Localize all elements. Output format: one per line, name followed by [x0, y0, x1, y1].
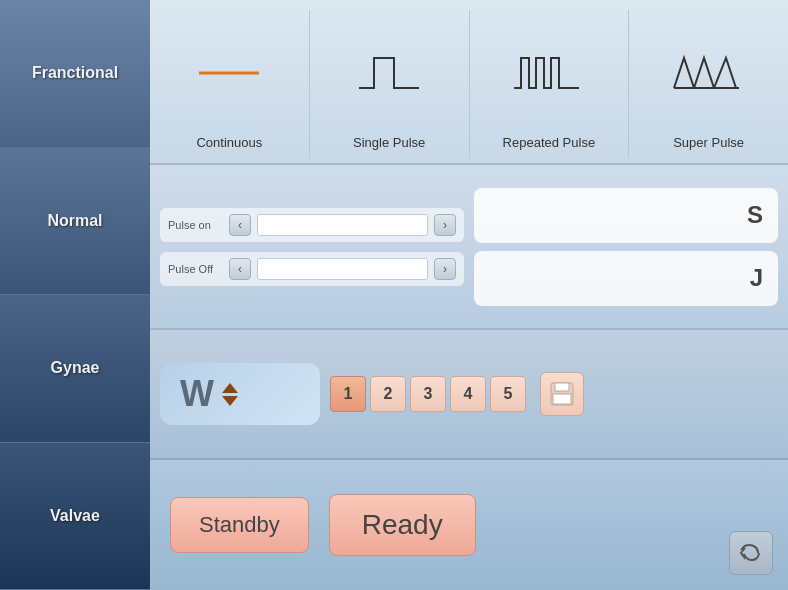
single-pulse-wave-icon: [349, 18, 429, 127]
num-btn-1[interactable]: 1: [330, 376, 366, 412]
num-btn-5[interactable]: 5: [490, 376, 526, 412]
gynae-section: W 1 2 3 4 5: [150, 330, 788, 460]
wave-section: Continuous Single Pulse Repeated Pulse: [150, 0, 788, 165]
pulse-off-value[interactable]: [257, 258, 428, 280]
svg-rect-3: [555, 383, 569, 391]
wave-mode-single-pulse[interactable]: Single Pulse: [310, 10, 470, 158]
wave-mode-repeated-pulse[interactable]: Repeated Pulse: [470, 10, 630, 158]
pulse-controls: Pulse on ‹ › Pulse Off ‹ ›: [160, 208, 464, 286]
sidebar-item-franctional[interactable]: Franctional: [0, 0, 150, 148]
sidebar: Franctional Normal Gynae Valvae: [0, 0, 150, 590]
svg-rect-4: [553, 394, 571, 404]
content-area: Continuous Single Pulse Repeated Pulse: [150, 0, 788, 590]
continuous-wave-icon: [189, 18, 269, 127]
pulse-on-decrement[interactable]: ‹: [229, 214, 251, 236]
valvae-section: Standby Ready: [150, 460, 788, 590]
s-display: S: [474, 188, 778, 243]
pulse-on-value[interactable]: [257, 214, 428, 236]
back-button[interactable]: [729, 531, 773, 575]
save-icon: [548, 380, 576, 408]
sidebar-item-gynae[interactable]: Gynae: [0, 295, 150, 443]
w-increment[interactable]: [222, 383, 238, 393]
pulse-off-increment[interactable]: ›: [434, 258, 456, 280]
save-button[interactable]: [540, 372, 584, 416]
pulse-off-decrement[interactable]: ‹: [229, 258, 251, 280]
w-decrement[interactable]: [222, 396, 238, 406]
super-pulse-wave-icon: [669, 18, 749, 127]
num-btn-2[interactable]: 2: [370, 376, 406, 412]
back-icon: [738, 540, 764, 566]
ready-button[interactable]: Ready: [329, 494, 476, 556]
w-arrows: [222, 383, 238, 406]
pulse-off-row: Pulse Off ‹ ›: [160, 252, 464, 286]
sidebar-item-normal[interactable]: Normal: [0, 148, 150, 296]
num-btn-4[interactable]: 4: [450, 376, 486, 412]
wave-mode-super-pulse[interactable]: Super Pulse: [629, 10, 788, 158]
sidebar-item-valvae[interactable]: Valvae: [0, 443, 150, 591]
normal-section: Pulse on ‹ › Pulse Off ‹ › S J: [150, 165, 788, 330]
pulse-on-row: Pulse on ‹ ›: [160, 208, 464, 242]
main-container: Franctional Normal Gynae Valvae Continuo…: [0, 0, 788, 590]
j-display: J: [474, 251, 778, 306]
number-buttons: 1 2 3 4 5: [330, 376, 526, 412]
repeated-pulse-wave-icon: [509, 18, 589, 127]
num-btn-3[interactable]: 3: [410, 376, 446, 412]
wave-mode-continuous[interactable]: Continuous: [150, 10, 310, 158]
w-control: W: [160, 363, 320, 425]
sj-controls: S J: [474, 188, 778, 306]
pulse-on-increment[interactable]: ›: [434, 214, 456, 236]
standby-button[interactable]: Standby: [170, 497, 309, 553]
